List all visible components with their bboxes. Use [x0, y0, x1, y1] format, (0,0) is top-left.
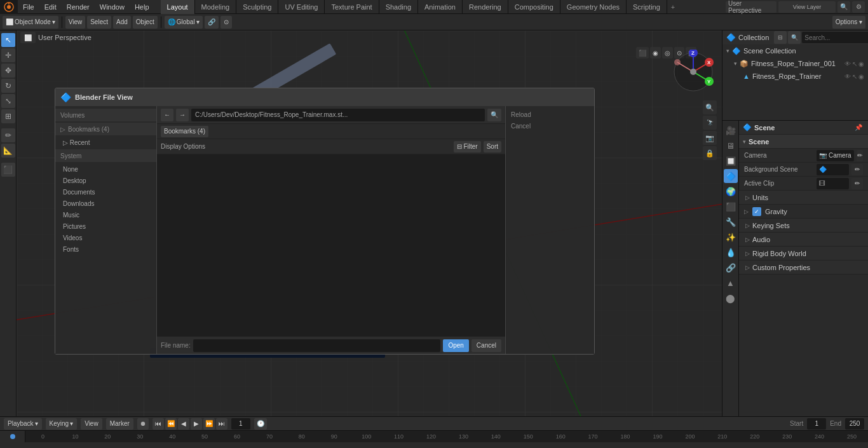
file-view-system-downloads[interactable]: Downloads [55, 198, 156, 209]
tab-animation[interactable]: Animation [418, 0, 463, 14]
select-tool[interactable]: ↖ [1, 33, 15, 47]
prop-icon-scene[interactable]: 🔷 [724, 169, 738, 183]
props-pin-icon[interactable]: 📌 [853, 122, 864, 133]
menu-window[interactable]: Window [95, 0, 130, 14]
tab-layout[interactable]: Layout [161, 0, 195, 14]
props-camera-value[interactable]: 📷 Camera [817, 150, 854, 161]
file-view-system-music[interactable]: Music [55, 209, 156, 221]
outliner-filter-icon[interactable]: ⊟ [774, 31, 787, 44]
tab-sculpting[interactable]: Sculpting [236, 0, 278, 14]
file-view-filename-input[interactable] [193, 339, 441, 352]
file-view-forward-btn[interactable]: → [176, 109, 189, 121]
props-units-section[interactable]: ▷ Units [739, 191, 868, 205]
transform-tool[interactable]: ⊞ [1, 109, 15, 123]
options-btn[interactable]: Options ▾ [832, 16, 865, 29]
tl-clock-icon[interactable]: 🕐 [254, 418, 267, 430]
tl-end-frame[interactable]: 250 [845, 418, 864, 430]
tab-compositing[interactable]: Compositing [508, 0, 560, 14]
file-view-path[interactable]: C:/Users/Dev/Desktop/Fitness_Rope_Traine… [191, 109, 485, 121]
menu-help[interactable]: Help [130, 0, 154, 14]
prop-icon-particles[interactable]: ✨ [724, 230, 738, 244]
viewport-shading-solid[interactable]: ⬛ [636, 47, 649, 58]
tl-jump-start-btn[interactable]: ⏮ [153, 418, 164, 430]
tl-view-menu[interactable]: View [81, 418, 102, 430]
snap-btn[interactable]: 🔗 [205, 16, 219, 29]
camera-icon[interactable]: 📷 [703, 131, 717, 145]
outliner-item-fitness-mesh[interactable]: ▲ Fitness_Rope_Trainer 👁 ↖ ◉ [722, 70, 868, 83]
gravity-checkbox[interactable]: ✓ [752, 207, 761, 216]
viewport-mode-toggle[interactable]: ⬜ [20, 32, 36, 43]
zoom-out-icon[interactable]: 🔭 [703, 116, 717, 130]
prop-icon-render[interactable]: 🎥 [724, 123, 738, 137]
props-custom-props-section[interactable]: ▷ Custom Properties [739, 261, 868, 275]
outliner-item-fitness-001[interactable]: ▾ 📦 Fitness_Rope_Trainer_001 👁 ↖ ◉ [722, 57, 868, 70]
select-menu[interactable]: Select [87, 16, 111, 29]
annotate-tool[interactable]: ✏ [1, 128, 15, 142]
file-view-system-none[interactable]: None [55, 163, 156, 175]
props-active-clip-value[interactable]: 🎞 [817, 178, 849, 189]
props-bg-scene-value[interactable]: 🔷 [817, 164, 849, 175]
fv-toolbar-reload[interactable]: Reload [506, 109, 594, 120]
file-view-system-desktop[interactable]: Desktop [55, 175, 156, 186]
proportional-btn[interactable]: ⊙ [220, 16, 232, 29]
file-view-search[interactable]: 🔍 [487, 109, 501, 121]
tl-step-forward-btn[interactable]: ⏩ [203, 418, 215, 430]
cursor-tool[interactable]: ✛ [1, 48, 15, 62]
tl-record-btn[interactable]: ⏺ [137, 418, 149, 430]
fv-toolbar-cancel[interactable]: Cancel [506, 120, 594, 132]
prop-icon-physics[interactable]: 💧 [724, 245, 738, 259]
viewport-shading-material[interactable]: ◉ [650, 47, 661, 58]
props-keying-sets-section[interactable]: ▷ Keying Sets [739, 219, 868, 233]
viewport[interactable]: ⬜ User Perspective ⬛ ◉ ◎ ⊙ ◫ X Y [17, 31, 722, 416]
zoom-in-icon[interactable]: 🔍 [703, 100, 717, 114]
tab-texture-paint[interactable]: Texture Paint [325, 0, 379, 14]
scale-tool[interactable]: ⤡ [1, 94, 15, 108]
rotate-tool[interactable]: ↻ [1, 79, 15, 93]
mesh-eye-icon[interactable]: 👁 [844, 73, 851, 80]
prop-icon-view-layer[interactable]: 🔲 [724, 154, 738, 168]
viewport-gizmo[interactable]: X Y Z [671, 50, 715, 94]
search-icon[interactable]: 🔍 [837, 1, 850, 13]
tl-play-reverse-btn[interactable]: ◀ [178, 418, 189, 430]
file-view-system-videos[interactable]: Videos [55, 232, 156, 243]
file-view-back-btn[interactable]: ← [161, 109, 173, 121]
view-menu[interactable]: View [65, 16, 86, 29]
mesh-render-icon[interactable]: ◉ [858, 73, 864, 80]
prop-icon-material[interactable]: ⬤ [724, 291, 738, 305]
move-tool[interactable]: ✥ [1, 64, 15, 78]
prop-icon-object[interactable]: ⬛ [724, 200, 738, 214]
file-view-sort[interactable]: Sort [484, 141, 501, 153]
tl-current-frame[interactable]: 1 [231, 418, 250, 430]
camera-edit-icon[interactable]: ✏ [857, 150, 863, 161]
file-view-cancel-btn[interactable]: Cancel [471, 339, 501, 352]
tl-marker-menu[interactable]: Marker [106, 418, 133, 430]
file-view-open-btn[interactable]: Open [443, 339, 468, 352]
scene-dropdown[interactable]: User Perspective [726, 1, 776, 13]
file-view-system-pictures[interactable]: Pictures [55, 221, 156, 232]
mesh-cursor-icon[interactable]: ↖ [852, 73, 857, 80]
props-scene-section[interactable]: ▾ Scene [739, 135, 868, 149]
prop-icon-output[interactable]: 🖥 [724, 139, 738, 153]
object-menu[interactable]: Object [133, 16, 158, 29]
tab-shading[interactable]: Shading [379, 0, 418, 14]
tab-geometry-nodes[interactable]: Geometry Nodes [560, 0, 627, 14]
tl-playback-menu[interactable]: Playback ▾ [4, 418, 42, 430]
outliner-render-icon[interactable]: ◉ [858, 60, 864, 67]
outliner-eye-icon[interactable]: 👁 [844, 60, 851, 67]
prop-icon-constraints[interactable]: 🔗 [724, 261, 738, 275]
outliner-scene-collection[interactable]: ▾ 🔷 Scene Collection [722, 44, 868, 57]
tab-scripting[interactable]: Scripting [627, 0, 667, 14]
tab-modeling[interactable]: Modeling [195, 0, 237, 14]
active-clip-edit-icon[interactable]: ✏ [851, 178, 863, 189]
prop-icon-world[interactable]: 🌍 [724, 184, 738, 198]
file-view-system-fonts[interactable]: Fonts [55, 243, 156, 255]
measure-tool[interactable]: 📐 [1, 144, 15, 158]
tl-jump-end-btn[interactable]: ⏭ [216, 418, 227, 430]
tl-start-frame[interactable]: 1 [807, 418, 826, 430]
props-audio-section[interactable]: ▷ Audio [739, 233, 868, 247]
add-menu[interactable]: Add [113, 16, 131, 29]
prop-icon-data[interactable]: ▲ [724, 276, 738, 290]
tl-play-btn[interactable]: ▶ [191, 418, 202, 430]
tab-rendering[interactable]: Rendering [463, 0, 508, 14]
props-gravity-section[interactable]: ▷ ✓ Gravity [739, 205, 868, 219]
